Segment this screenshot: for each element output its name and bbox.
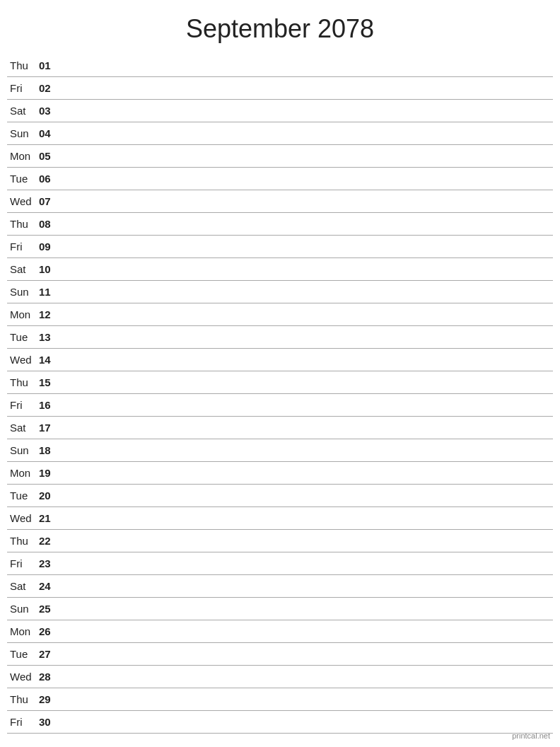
- day-name: Thu: [7, 376, 39, 388]
- day-row[interactable]: Fri02: [7, 77, 553, 100]
- day-name: Tue: [7, 331, 39, 343]
- day-number: 08: [39, 218, 60, 230]
- page-title: September 2078: [0, 0, 560, 54]
- day-line: [60, 110, 553, 111]
- day-number: 16: [39, 399, 60, 411]
- day-name: Wed: [7, 354, 39, 366]
- day-name: Tue: [7, 490, 39, 502]
- day-line: [60, 337, 553, 337]
- day-row[interactable]: Fri30: [7, 711, 553, 734]
- day-name: Mon: [7, 625, 39, 637]
- calendar-container: Thu01Fri02Sat03Sun04Mon05Tue06Wed07Thu08…: [0, 54, 560, 734]
- day-line: [60, 359, 553, 360]
- day-row[interactable]: Sun18: [7, 439, 553, 462]
- day-line: [60, 608, 553, 609]
- day-row[interactable]: Sun04: [7, 122, 553, 145]
- day-name: Tue: [7, 173, 39, 185]
- day-line: [60, 654, 553, 654]
- day-name: Mon: [7, 150, 39, 162]
- day-row[interactable]: Sat03: [7, 100, 553, 122]
- day-number: 22: [39, 535, 60, 547]
- day-row[interactable]: Fri09: [7, 236, 553, 258]
- day-number: 03: [39, 105, 60, 117]
- day-row[interactable]: Sun11: [7, 281, 553, 303]
- day-line: [60, 405, 553, 405]
- day-line: [60, 246, 553, 247]
- day-number: 27: [39, 648, 60, 660]
- day-name: Wed: [7, 671, 39, 683]
- day-row[interactable]: Fri23: [7, 552, 553, 575]
- day-name: Wed: [7, 512, 39, 524]
- day-row[interactable]: Wed28: [7, 666, 553, 688]
- day-line: [60, 722, 553, 722]
- day-name: Fri: [7, 241, 39, 253]
- day-number: 02: [39, 82, 60, 94]
- day-line: [60, 382, 553, 383]
- day-line: [60, 563, 553, 564]
- day-row[interactable]: Mon05: [7, 145, 553, 168]
- day-name: Fri: [7, 399, 39, 411]
- day-line: [60, 450, 553, 451]
- day-row[interactable]: Tue27: [7, 643, 553, 666]
- day-name: Thu: [7, 218, 39, 230]
- day-row[interactable]: Mon19: [7, 462, 553, 485]
- day-row[interactable]: Tue20: [7, 485, 553, 507]
- day-line: [60, 473, 553, 473]
- day-name: Fri: [7, 82, 39, 94]
- day-row[interactable]: Sat17: [7, 417, 553, 439]
- day-number: 29: [39, 693, 60, 705]
- day-name: Fri: [7, 716, 39, 728]
- day-line: [60, 699, 553, 700]
- day-number: 26: [39, 625, 60, 637]
- day-number: 07: [39, 195, 60, 207]
- day-row[interactable]: Sun25: [7, 598, 553, 620]
- day-number: 23: [39, 557, 60, 569]
- day-name: Thu: [7, 59, 39, 71]
- day-line: [60, 224, 553, 224]
- day-number: 13: [39, 331, 60, 343]
- day-name: Sun: [7, 603, 39, 615]
- day-line: [60, 427, 553, 428]
- day-row[interactable]: Thu08: [7, 213, 553, 236]
- day-row[interactable]: Thu29: [7, 688, 553, 711]
- day-line: [60, 201, 553, 202]
- day-row[interactable]: Thu15: [7, 371, 553, 394]
- day-number: 06: [39, 173, 60, 185]
- day-row[interactable]: Tue13: [7, 326, 553, 349]
- day-number: 28: [39, 671, 60, 683]
- day-line: [60, 65, 553, 66]
- day-row[interactable]: Thu22: [7, 530, 553, 552]
- day-name: Sat: [7, 580, 39, 592]
- day-line: [60, 586, 553, 586]
- day-number: 19: [39, 467, 60, 479]
- day-row[interactable]: Wed14: [7, 349, 553, 371]
- day-line: [60, 314, 553, 315]
- day-row[interactable]: Thu01: [7, 54, 553, 77]
- day-row[interactable]: Wed21: [7, 507, 553, 530]
- day-number: 18: [39, 444, 60, 456]
- day-number: 20: [39, 490, 60, 502]
- day-number: 12: [39, 308, 60, 320]
- day-line: [60, 291, 553, 292]
- day-number: 11: [39, 286, 60, 298]
- day-line: [60, 178, 553, 179]
- day-number: 17: [39, 422, 60, 434]
- day-number: 04: [39, 127, 60, 139]
- day-row[interactable]: Tue06: [7, 168, 553, 190]
- day-row[interactable]: Mon12: [7, 303, 553, 326]
- day-row[interactable]: Wed07: [7, 190, 553, 213]
- day-name: Sat: [7, 105, 39, 117]
- day-name: Sat: [7, 263, 39, 275]
- day-row[interactable]: Fri16: [7, 394, 553, 417]
- day-name: Sun: [7, 127, 39, 139]
- day-row[interactable]: Mon26: [7, 620, 553, 643]
- day-number: 01: [39, 59, 60, 71]
- day-row[interactable]: Sat10: [7, 258, 553, 281]
- day-name: Thu: [7, 535, 39, 547]
- day-number: 25: [39, 603, 60, 615]
- day-number: 24: [39, 580, 60, 592]
- day-row[interactable]: Sat24: [7, 575, 553, 598]
- day-line: [60, 676, 553, 677]
- day-name: Sun: [7, 286, 39, 298]
- day-name: Tue: [7, 648, 39, 660]
